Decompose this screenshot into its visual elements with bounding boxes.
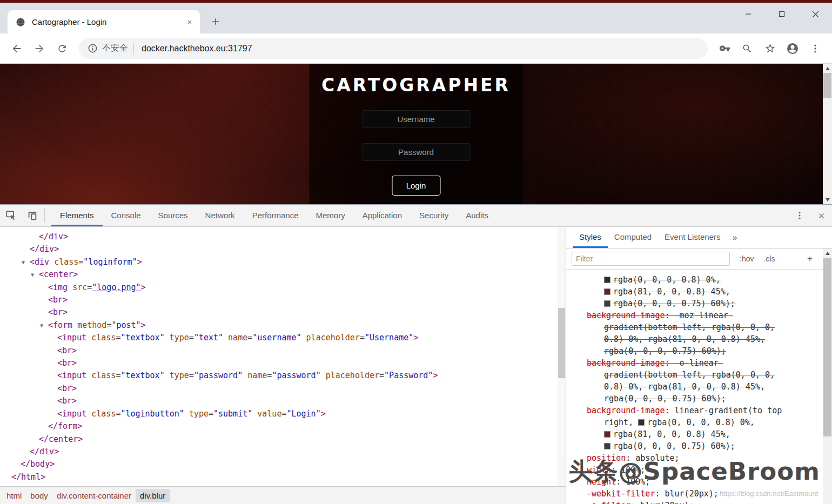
style-declaration-line[interactable]: 0.8) 0%, rgba(81, 0, 0, 0.8) 45%, <box>566 381 832 393</box>
forward-button[interactable] <box>28 37 51 60</box>
profile-avatar[interactable] <box>781 37 804 60</box>
dom-tree-line[interactable]: </form> <box>0 420 566 433</box>
style-declaration-line[interactable]: -webkit-filter: blur(20px); <box>566 488 832 500</box>
styles-filter-input[interactable] <box>572 252 730 266</box>
info-icon[interactable] <box>88 43 98 53</box>
devtools-tab-security[interactable]: Security <box>411 205 457 226</box>
style-declaration-line[interactable]: background-image: -moz-linear- <box>566 310 832 321</box>
style-declaration-line[interactable]: gradient(bottom left, rgba(0, 0, 0, <box>566 369 832 381</box>
browser-menu-icon[interactable] <box>804 37 827 60</box>
style-declaration-line[interactable]: width: 100%; <box>566 464 832 476</box>
breadcrumb-item[interactable]: div.content-container <box>52 489 136 502</box>
sidebar-tab-styles[interactable]: Styles <box>573 227 608 248</box>
style-declaration-line[interactable]: rgba(0, 0, 0, 0.75) 60%); <box>566 298 832 310</box>
scroll-down-icon[interactable] <box>826 198 830 201</box>
devtools-tab-performance[interactable]: Performance <box>244 205 307 226</box>
password-input[interactable] <box>362 143 470 161</box>
page-scrollbar[interactable] <box>823 64 832 204</box>
styles-scroll-thumb[interactable] <box>823 258 831 436</box>
color-swatch-icon[interactable] <box>604 277 610 283</box>
minimize-button[interactable] <box>732 3 765 25</box>
style-declaration-line[interactable]: rgba(0, 0, 0, 0.75) 60%); <box>566 440 832 452</box>
dom-tree-line[interactable]: </div> <box>0 446 566 458</box>
dom-tree-line[interactable]: ▼<center> <box>0 268 566 281</box>
style-declaration-line[interactable]: rgba(81, 0, 0, 0.8) 45%, <box>566 428 832 440</box>
devtools-tab-sources[interactable]: Sources <box>150 205 197 226</box>
dom-tree-line[interactable]: <br> <box>0 306 566 319</box>
style-declaration-line[interactable]: rgba(81, 0, 0, 0.8) 45%, <box>566 286 832 298</box>
color-swatch-icon[interactable] <box>604 443 610 449</box>
dom-tree-line[interactable]: <br> <box>0 357 566 369</box>
color-swatch-icon[interactable] <box>604 431 610 438</box>
style-declaration-line[interactable]: rgba(0, 0, 0, 0.75) 60%); <box>566 393 832 405</box>
sidebar-tab-computed[interactable]: Computed <box>608 227 658 248</box>
devtools-tab-network[interactable]: Network <box>197 205 244 226</box>
devtools-tab-elements[interactable]: Elements <box>51 205 103 226</box>
more-tabs-chevron-icon[interactable]: » <box>732 233 737 243</box>
styles-scrollbar[interactable] <box>823 248 832 504</box>
breadcrumb-item[interactable]: html <box>2 489 26 502</box>
zoom-icon[interactable] <box>736 37 759 60</box>
scroll-up-icon[interactable] <box>826 252 830 255</box>
devtools-menu-icon[interactable] <box>789 205 810 226</box>
device-toolbar-icon[interactable] <box>22 205 43 226</box>
style-declaration-line[interactable]: 0.8) 0%, rgba(81, 0, 0, 0.8) 45%, <box>566 333 832 345</box>
username-input[interactable] <box>362 110 470 128</box>
browser-tab[interactable]: Cartographer - Login <box>8 10 200 33</box>
inspect-icon[interactable] <box>0 205 22 226</box>
login-button[interactable]: Login <box>392 176 440 196</box>
devtools-tab-audits[interactable]: Audits <box>457 205 497 226</box>
elements-scroll-thumb[interactable] <box>558 308 565 378</box>
dom-tree-line[interactable]: <input class="textbox" type="password" n… <box>0 369 566 382</box>
style-declaration-line[interactable]: gradient(bottom left, rgba(0, 0, 0, <box>566 321 832 333</box>
sidebar-tab-event-listeners[interactable]: Event Listeners <box>658 227 727 248</box>
elements-scrollbar[interactable] <box>558 227 566 486</box>
dom-tree-line[interactable]: ▼<form method="post"> <box>0 319 566 332</box>
style-declaration-line[interactable]: rgba(0, 0, 0, 0.8) 0%, <box>566 274 832 286</box>
dom-tree-line[interactable]: <br> <box>0 395 566 407</box>
dom-tree-line[interactable]: </body> <box>0 458 566 471</box>
breadcrumb-item[interactable]: body <box>26 489 52 502</box>
style-declaration-line[interactable]: right, rgba(0, 0, 0, 0.8) 0%, <box>566 416 832 428</box>
devtools-close-icon[interactable] <box>810 205 832 226</box>
expand-arrow-icon[interactable]: ▼ <box>31 268 39 281</box>
new-tab-button[interactable] <box>207 14 224 30</box>
style-declaration-line[interactable]: -o-filter: blur(20px); <box>566 500 832 504</box>
color-swatch-icon[interactable] <box>638 419 645 426</box>
dom-tree-line[interactable]: ▼<div class="loginform"> <box>0 256 566 268</box>
toggle-hov-button[interactable]: :hov <box>740 254 754 263</box>
window-close-button[interactable] <box>799 3 832 25</box>
dom-tree-line[interactable]: <br> <box>0 345 566 357</box>
scroll-up-icon[interactable] <box>826 67 830 70</box>
expand-arrow-icon[interactable]: ▼ <box>22 256 30 268</box>
maximize-button[interactable] <box>765 3 799 25</box>
dom-tree-line[interactable]: </center> <box>0 433 566 446</box>
omnibox[interactable]: 不安全 docker.hackthebox.eu:31797 <box>79 38 708 59</box>
dom-tree-line[interactable]: <input class="loginbutton" type="submit"… <box>0 408 566 420</box>
color-swatch-icon[interactable] <box>604 300 610 307</box>
tab-close-icon[interactable] <box>184 16 196 28</box>
dom-tree-line[interactable]: <img src="logo.png"> <box>0 281 566 294</box>
key-icon[interactable] <box>713 37 736 60</box>
toggle-cls-button[interactable]: .cls <box>763 254 775 263</box>
dom-tree-line[interactable]: <input class="textbox" type="text" name=… <box>0 332 566 344</box>
devtools-tab-console[interactable]: Console <box>103 205 150 226</box>
new-style-rule-button[interactable]: + <box>807 253 813 264</box>
breadcrumb-item[interactable]: div.blur <box>136 489 170 502</box>
devtools-tab-memory[interactable]: Memory <box>307 205 354 226</box>
dom-tree-line[interactable]: </html> <box>0 471 566 483</box>
back-button[interactable] <box>5 37 28 60</box>
dom-tree-line[interactable]: </div> <box>0 243 566 256</box>
page-scroll-thumb[interactable] <box>823 73 831 98</box>
dom-tree-line[interactable]: </div> <box>0 231 566 243</box>
style-declaration-line[interactable]: background-image: linear-gradient(to top <box>566 405 832 416</box>
style-declaration-line[interactable]: height: 100%; <box>566 476 832 488</box>
color-swatch-icon[interactable] <box>604 288 610 295</box>
bookmark-star-icon[interactable] <box>759 37 781 60</box>
style-declaration-line[interactable]: rgba(0, 0, 0, 0.75) 60%); <box>566 345 832 357</box>
devtools-tab-application[interactable]: Application <box>354 205 411 226</box>
style-declaration-line[interactable]: background-image: -o-linear- <box>566 357 832 369</box>
dom-tree-line[interactable]: <br> <box>0 382 566 395</box>
style-declaration-line[interactable]: position: absolute; <box>566 452 832 464</box>
dom-tree-line[interactable]: <br> <box>0 294 566 306</box>
